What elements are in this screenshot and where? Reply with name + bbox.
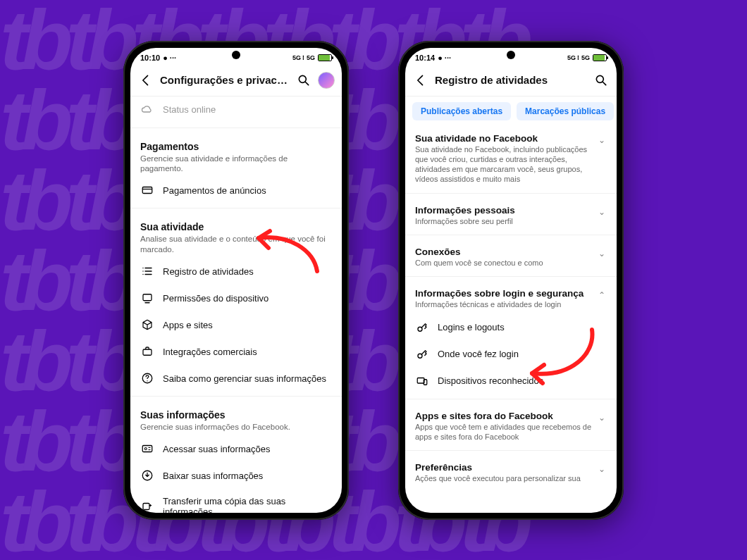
list-item-transferir-copia[interactable]: Transferir uma cópia das suas informaçõe… [130,489,342,512]
chevron-down-icon: ⌄ [598,205,607,217]
svg-rect-3 [143,349,152,355]
list-item-logins-logouts[interactable]: Logins e logouts [405,314,617,341]
list-item-permissoes-dispositivo[interactable]: Permissões do dispositivo [130,285,342,311]
pill-publicacoes[interactable]: Publicações abertas [412,102,511,120]
svg-point-10 [596,75,603,82]
activity-scroll[interactable]: Sua atividade no Facebook Sua atividade … [405,126,617,513]
list-item-integracoes[interactable]: Integrações comerciais [130,338,342,365]
list-item-label: Registro de atividades [163,266,332,277]
status-time: 10:10 [140,54,160,62]
list-item-label: Saiba como gerenciar suas informações [163,373,332,384]
list-item-label: Status online [163,104,332,115]
settings-scroll[interactable]: Status online Pagamentos Gerencie sua at… [130,97,342,513]
expand-title: Sua atividade no Facebook [415,133,593,144]
chevron-down-icon: ⌄ [598,247,607,259]
list-item-gerenciar-info[interactable]: Saiba como gerenciar suas informações [130,365,342,392]
transfer-icon [140,500,154,512]
back-button[interactable] [137,72,154,89]
profile-avatar[interactable] [318,72,335,89]
list-item-apps-sites[interactable]: Apps e sites [130,311,342,338]
svg-point-6 [144,448,147,450]
list-item-label: Integrações comerciais [163,347,332,357]
search-button[interactable] [593,72,610,89]
list-item-onde-fez-login[interactable]: Onde você fez login [405,341,617,368]
phone-frame-right: 10:14 ● ··· 5G ⁞ 5G Registro de atividad… [398,41,624,520]
back-button[interactable] [412,72,429,89]
list-item-label: Onde você fez login [438,349,607,359]
expand-info-pessoais[interactable]: Informações pessoais Informações sobre s… [405,198,617,230]
section-title: Sua atividade [140,221,332,232]
list-item-label: Acessar suas informações [163,444,332,454]
list-item-registro-atividades[interactable]: Registro de atividades [130,258,342,285]
phones-stage: 10:10 ● ··· 5G ⁞ 5G Configurações e priv… [0,0,747,560]
search-button[interactable] [295,72,312,89]
app-header: Configurações e privacida.. [130,68,342,97]
section-pagamentos: Pagamentos Gerencie sua atividade e info… [130,132,342,178]
expand-apps-sites-fora[interactable]: Apps e sites fora do Facebook Apps que v… [405,404,617,447]
card-icon [140,184,154,197]
filter-pills: Publicações abertas Marcações públicas A [405,97,617,126]
chevron-down-icon: ⌄ [598,411,607,423]
key-icon [415,348,429,361]
status-dots: ● ··· [163,54,176,62]
battery-icon [318,54,332,61]
list-icon [140,265,154,278]
phone-screen-left: 10:10 ● ··· 5G ⁞ 5G Configurações e priv… [130,48,342,513]
cube-icon [140,318,154,331]
expand-desc: Com quem você se conectou e como [415,258,593,268]
chevron-down-icon: ⌄ [598,133,607,145]
expand-title: Preferências [415,462,593,473]
svg-point-0 [299,75,306,82]
expand-desc: Ações que você executou para personaliza… [415,473,593,483]
page-title: Configurações e privacida.. [160,74,290,86]
expand-desc: Sua atividade no Facebook, incluindo pub… [415,144,593,185]
svg-rect-8 [143,504,149,510]
chevron-up-icon: ⌃ [598,288,607,300]
expand-login-seguranca[interactable]: Informações sobre login e segurança Info… [405,281,617,313]
section-sua-atividade: Sua atividade Analise sua atividade e o … [130,213,342,258]
list-item-baixar-info[interactable]: Baixar suas informações [130,462,342,489]
status-dots: ● ··· [438,54,451,62]
status-network: 5G ⁞ 5G [567,54,590,61]
camera-notch [507,51,515,59]
list-item-acessar-info[interactable]: Acessar suas informações [130,435,342,462]
section-desc: Analise sua atividade e o conteúdo em qu… [140,234,332,255]
list-item-dispositivos-reconhecidos[interactable]: Dispositivos reconhecidos [405,368,617,394]
download-icon [140,469,154,482]
id-icon [140,442,154,455]
briefcase-icon [140,345,154,358]
key-icon [415,321,429,334]
list-item-label: Baixar suas informações [163,471,332,481]
question-icon [140,372,154,385]
battery-icon [593,54,607,61]
device-icon [140,292,154,304]
section-title: Suas informações [140,409,332,421]
section-suas-informacoes: Suas informações Gerencie suas informaçõ… [130,401,342,435]
expand-conexoes[interactable]: Conexões Com quem você se conectou e com… [405,239,617,272]
expand-desc: Informações técnicas e atividades de log… [415,299,593,309]
section-desc: Gerencie suas informações do Facebook. [140,422,332,433]
status-time: 10:14 [415,54,435,62]
svg-rect-13 [417,378,424,383]
expand-title: Conexões [415,247,593,257]
list-item-pagamentos-anuncios[interactable]: Pagamentos de anúncios [130,177,342,204]
phone-frame-left: 10:10 ● ··· 5G ⁞ 5G Configurações e priv… [123,41,349,520]
list-item-label: Pagamentos de anúncios [163,185,332,196]
cloud-icon [140,104,154,116]
svg-rect-2 [143,294,152,301]
section-desc: Gerencie sua atividade e informações de … [140,154,332,175]
expand-title: Informações sobre login e segurança [415,288,593,299]
list-item-label: Apps e sites [163,320,332,330]
svg-rect-1 [142,187,152,194]
page-title: Registro de atividades [435,74,587,86]
expand-sua-atividade[interactable]: Sua atividade no Facebook Sua atividade … [405,126,617,189]
list-item-status-online[interactable]: Status online [130,97,342,123]
svg-rect-5 [142,446,152,452]
list-item-label: Permissões do dispositivo [163,293,332,304]
list-item-label: Dispositivos reconhecidos [438,375,607,386]
expand-preferencias[interactable]: Preferências Ações que você executou par… [405,455,617,487]
devices-icon [415,375,429,387]
chevron-down-icon: ⌄ [598,462,607,474]
pill-marcacoes[interactable]: Marcações públicas [517,102,614,120]
app-header: Registro de atividades [405,68,617,97]
